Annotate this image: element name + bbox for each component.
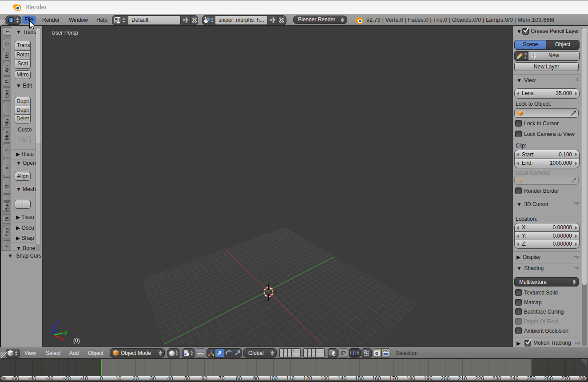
svg-text:z: z [56,319,59,325]
svg-text:y: y [64,330,68,335]
svg-text:x: x [62,336,65,342]
